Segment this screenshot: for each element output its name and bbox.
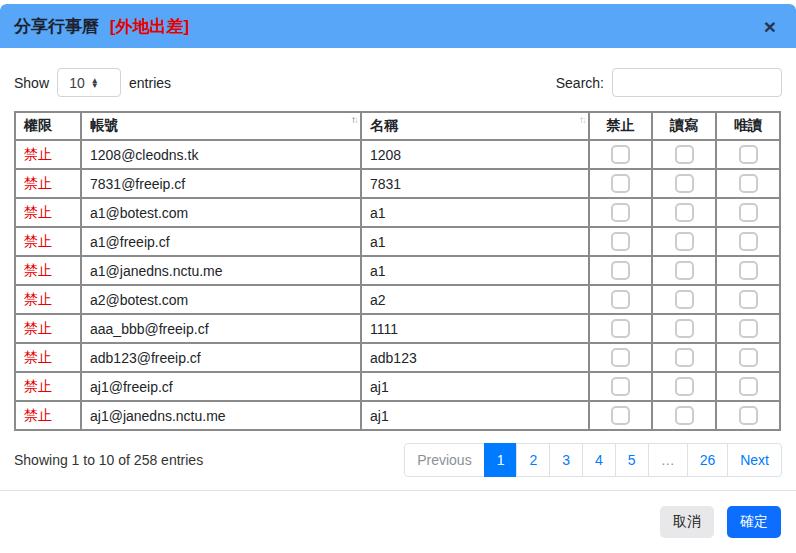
account-cell: aaa_bbb@freeip.cf <box>81 314 361 343</box>
page-length-select[interactable]: 10 ▲ ▼ <box>57 68 121 97</box>
table-row: 禁止 a1@botest.com a1 <box>15 198 780 227</box>
entries-summary: Showing 1 to 10 of 258 entries <box>14 452 203 468</box>
forbid-checkbox[interactable] <box>611 319 630 338</box>
account-cell: adb123@freeip.cf <box>81 343 361 372</box>
cancel-button[interactable]: 取消 <box>660 506 714 538</box>
permission-cell: 禁止 <box>15 227 81 256</box>
entries-label: entries <box>129 75 171 91</box>
show-label: Show <box>14 75 49 91</box>
readonly-checkbox[interactable] <box>739 203 758 222</box>
column-header-name[interactable]: 名稱 ↑↓ <box>361 112 589 140</box>
share-permissions-table: 權限 帳號 ↑↓ 名稱 ↑↓ 禁止 讀寫 唯讀 禁止 <box>14 111 781 431</box>
modal-title-text: 分享行事曆 <box>14 17 99 36</box>
column-header-account[interactable]: 帳號 ↑↓ <box>81 112 361 140</box>
name-cell: a1 <box>361 198 589 227</box>
share-calendar-modal: 分享行事曆 [外地出差] × Show 10 ▲ ▼ entries Searc… <box>0 4 796 553</box>
forbid-checkbox[interactable] <box>611 348 630 367</box>
pagination-page-2[interactable]: 2 <box>516 443 550 477</box>
readonly-checkbox[interactable] <box>739 290 758 309</box>
permission-cell: 禁止 <box>15 314 81 343</box>
permission-cell: 禁止 <box>15 169 81 198</box>
name-cell: aj1 <box>361 372 589 401</box>
table-row: 禁止 7831@freeip.cf 7831 <box>15 169 780 198</box>
modal-footer: 取消 確定 <box>0 490 796 553</box>
pagination-page-26[interactable]: 26 <box>687 443 729 477</box>
forbid-checkbox[interactable] <box>611 174 630 193</box>
table-row: 禁止 aaa_bbb@freeip.cf 1111 <box>15 314 780 343</box>
readwrite-checkbox[interactable] <box>675 203 694 222</box>
column-header-permission[interactable]: 權限 <box>15 112 81 140</box>
forbid-checkbox[interactable] <box>611 261 630 280</box>
forbid-checkbox[interactable] <box>611 290 630 309</box>
permission-cell: 禁止 <box>15 401 81 430</box>
forbid-checkbox[interactable] <box>611 377 630 396</box>
page-length-control: Show 10 ▲ ▼ entries <box>14 68 171 97</box>
permission-cell: 禁止 <box>15 372 81 401</box>
name-cell: a1 <box>361 256 589 285</box>
name-cell: 1111 <box>361 314 589 343</box>
table-footer: Showing 1 to 10 of 258 entries Previous … <box>14 443 782 477</box>
pagination-previous[interactable]: Previous <box>404 443 484 477</box>
readonly-checkbox[interactable] <box>739 232 758 251</box>
modal-header: 分享行事曆 [外地出差] × <box>0 4 796 48</box>
readonly-checkbox[interactable] <box>739 174 758 193</box>
search-label: Search: <box>556 75 604 91</box>
name-cell: 7831 <box>361 169 589 198</box>
column-header-readwrite: 讀寫 <box>652 112 716 140</box>
table-row: 禁止 a2@botest.com a2 <box>15 285 780 314</box>
name-cell: a1 <box>361 227 589 256</box>
readonly-checkbox[interactable] <box>739 319 758 338</box>
readonly-checkbox[interactable] <box>739 145 758 164</box>
pagination-page-3[interactable]: 3 <box>549 443 583 477</box>
readonly-checkbox[interactable] <box>739 261 758 280</box>
readwrite-checkbox[interactable] <box>675 232 694 251</box>
table-row: 禁止 a1@janedns.nctu.me a1 <box>15 256 780 285</box>
readwrite-checkbox[interactable] <box>675 377 694 396</box>
table-row: 禁止 aj1@freeip.cf aj1 <box>15 372 780 401</box>
readwrite-checkbox[interactable] <box>675 348 694 367</box>
table-controls: Show 10 ▲ ▼ entries Search: <box>14 68 782 97</box>
page-length-value: 10 <box>69 75 85 91</box>
calendar-name-tag: [外地出差] <box>110 17 189 36</box>
permission-cell: 禁止 <box>15 198 81 227</box>
table-row: 禁止 adb123@freeip.cf adb123 <box>15 343 780 372</box>
readwrite-checkbox[interactable] <box>675 406 694 425</box>
readwrite-checkbox[interactable] <box>675 174 694 193</box>
name-cell: adb123 <box>361 343 589 372</box>
pagination: Previous 1 2 3 4 5 … 26 Next <box>404 443 782 477</box>
readonly-checkbox[interactable] <box>739 377 758 396</box>
account-cell: 7831@freeip.cf <box>81 169 361 198</box>
sort-icon: ↑↓ <box>579 114 585 125</box>
pagination-page-4[interactable]: 4 <box>582 443 616 477</box>
pagination-ellipsis: … <box>648 443 688 477</box>
forbid-checkbox[interactable] <box>611 232 630 251</box>
sort-icon: ↑↓ <box>351 114 357 125</box>
forbid-checkbox[interactable] <box>611 203 630 222</box>
table-row: 禁止 aj1@janedns.nctu.me aj1 <box>15 401 780 430</box>
pagination-page-1[interactable]: 1 <box>484 443 518 477</box>
account-cell: aj1@freeip.cf <box>81 372 361 401</box>
account-cell: aj1@janedns.nctu.me <box>81 401 361 430</box>
forbid-checkbox[interactable] <box>611 145 630 164</box>
name-cell: aj1 <box>361 401 589 430</box>
readonly-checkbox[interactable] <box>739 348 758 367</box>
confirm-button[interactable]: 確定 <box>727 506 781 538</box>
pagination-page-5[interactable]: 5 <box>615 443 649 477</box>
readwrite-checkbox[interactable] <box>675 319 694 338</box>
readwrite-checkbox[interactable] <box>675 290 694 309</box>
select-updown-icon: ▲ ▼ <box>91 78 99 88</box>
readwrite-checkbox[interactable] <box>675 261 694 280</box>
readwrite-checkbox[interactable] <box>675 145 694 164</box>
permission-cell: 禁止 <box>15 285 81 314</box>
name-cell: 1208 <box>361 140 589 169</box>
close-icon[interactable]: × <box>758 14 782 39</box>
account-cell: a1@freeip.cf <box>81 227 361 256</box>
modal-title: 分享行事曆 [外地出差] <box>14 15 189 38</box>
search-input[interactable] <box>612 68 782 97</box>
readonly-checkbox[interactable] <box>739 406 758 425</box>
permission-cell: 禁止 <box>15 140 81 169</box>
forbid-checkbox[interactable] <box>611 406 630 425</box>
pagination-next[interactable]: Next <box>727 443 782 477</box>
account-cell: a2@botest.com <box>81 285 361 314</box>
table-header-row: 權限 帳號 ↑↓ 名稱 ↑↓ 禁止 讀寫 唯讀 <box>15 112 780 140</box>
